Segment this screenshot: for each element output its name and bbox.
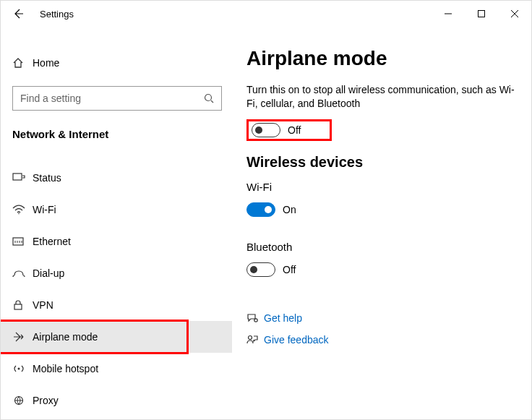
maximize-button[interactable] <box>465 2 498 25</box>
airplane-toggle-row: Off <box>246 119 332 141</box>
minimize-button[interactable] <box>432 2 465 25</box>
airplane-icon <box>12 331 33 343</box>
sidebar-item-vpn[interactable]: VPN <box>12 289 220 321</box>
sidebar-item-label: Wi-Fi <box>33 204 56 215</box>
search-icon <box>204 93 214 103</box>
bluetooth-label: Bluetooth <box>246 241 517 253</box>
bluetooth-toggle[interactable] <box>246 262 275 277</box>
svg-point-1 <box>205 95 212 101</box>
back-button[interactable] <box>12 8 35 20</box>
sidebar-item-proxy[interactable]: Proxy <box>12 385 220 416</box>
airplane-toggle[interactable] <box>252 123 280 137</box>
sidebar: Home Network & Internet Status Wi-Fi <box>1 27 232 419</box>
minimize-icon <box>445 10 452 17</box>
get-help-link[interactable]: Get help <box>246 312 517 324</box>
sidebar-item-label: Ethernet <box>33 236 71 247</box>
close-button[interactable] <box>498 2 531 25</box>
airplane-toggle-state: Off <box>288 124 301 136</box>
sidebar-item-label: VPN <box>33 299 53 311</box>
category-title: Network & Internet <box>12 128 220 140</box>
sidebar-item-label: Mobile hotspot <box>33 363 98 374</box>
svg-point-9 <box>249 335 252 339</box>
airplane-description: Turn this on to stop all wireless commun… <box>246 83 517 111</box>
svg-rect-5 <box>14 304 22 309</box>
window-title: Settings <box>40 9 74 20</box>
sidebar-item-airplane-mode[interactable]: Airplane mode <box>1 321 232 353</box>
svg-point-3 <box>18 213 20 215</box>
wifi-label: Wi-Fi <box>246 181 517 193</box>
page-title: Airplane mode <box>246 47 517 70</box>
sidebar-item-label: Proxy <box>33 395 59 406</box>
sidebar-item-mobile-hotspot[interactable]: Mobile hotspot <box>12 353 220 385</box>
sidebar-item-dialup[interactable]: Dial-up <box>12 257 220 289</box>
wifi-toggle-state: On <box>283 204 296 215</box>
wifi-icon <box>12 205 33 215</box>
search-box[interactable] <box>12 86 222 111</box>
ethernet-icon <box>12 236 33 247</box>
window-controls <box>432 2 531 25</box>
close-icon <box>511 10 518 17</box>
give-feedback-label: Give feedback <box>264 334 329 346</box>
main-content: Airplane mode Turn this on to stop all w… <box>232 27 531 419</box>
sidebar-item-label: Dial-up <box>33 267 64 279</box>
svg-rect-0 <box>479 11 485 17</box>
home-nav[interactable]: Home <box>12 48 220 77</box>
hotspot-icon <box>12 364 33 374</box>
sidebar-item-ethernet[interactable]: Ethernet <box>12 226 220 257</box>
sidebar-item-label: Airplane mode <box>33 331 98 343</box>
get-help-label: Get help <box>264 312 302 324</box>
title-bar: Settings <box>1 1 531 27</box>
home-icon <box>12 57 33 69</box>
home-label: Home <box>33 57 59 69</box>
bluetooth-toggle-row: Off <box>246 259 517 280</box>
status-icon <box>12 173 33 183</box>
svg-point-8 <box>254 319 257 322</box>
wireless-devices-heading: Wireless devices <box>246 154 517 171</box>
sidebar-item-status[interactable]: Status <box>12 162 220 194</box>
proxy-icon <box>12 395 33 406</box>
wifi-toggle-row: On <box>246 199 517 220</box>
dialup-icon <box>12 268 33 278</box>
chat-icon <box>246 312 264 324</box>
maximize-icon <box>478 10 485 17</box>
sidebar-item-wifi[interactable]: Wi-Fi <box>12 194 220 226</box>
search-input[interactable] <box>13 87 221 110</box>
svg-rect-2 <box>13 173 22 180</box>
vpn-icon <box>12 300 33 310</box>
bluetooth-toggle-state: Off <box>283 264 296 275</box>
give-feedback-link[interactable]: Give feedback <box>246 334 517 346</box>
arrow-left-icon <box>12 8 24 20</box>
svg-point-6 <box>18 368 20 370</box>
wifi-toggle[interactable] <box>246 202 275 217</box>
sidebar-item-label: Status <box>33 172 61 184</box>
feedback-icon <box>246 334 264 346</box>
